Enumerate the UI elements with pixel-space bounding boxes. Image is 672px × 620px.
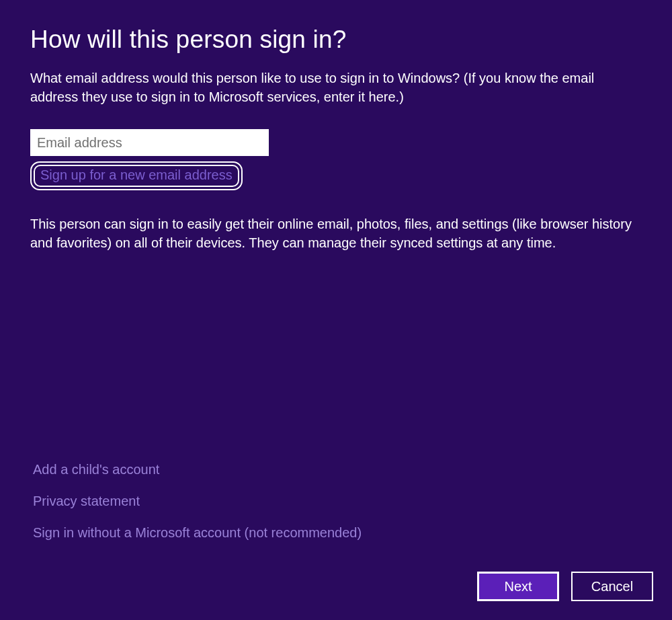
secondary-links: Add a child's account Privacy statement … bbox=[33, 462, 362, 541]
signin-without-ms-account-link[interactable]: Sign in without a Microsoft account (not… bbox=[33, 525, 362, 541]
signup-link-focus-ring: Sign up for a new email address bbox=[30, 161, 243, 190]
add-child-account-link[interactable]: Add a child's account bbox=[33, 462, 362, 477]
intro-text: What email address would this person lik… bbox=[30, 69, 642, 106]
email-field[interactable] bbox=[30, 129, 269, 156]
benefit-text: This person can sign in to easily get th… bbox=[30, 215, 642, 252]
action-buttons: Next Cancel bbox=[477, 572, 653, 601]
privacy-statement-link[interactable]: Privacy statement bbox=[33, 494, 362, 509]
signup-new-email-link[interactable]: Sign up for a new email address bbox=[34, 165, 239, 187]
page-title: How will this person sign in? bbox=[30, 26, 642, 54]
cancel-button[interactable]: Cancel bbox=[571, 572, 653, 601]
next-button[interactable]: Next bbox=[477, 572, 559, 601]
